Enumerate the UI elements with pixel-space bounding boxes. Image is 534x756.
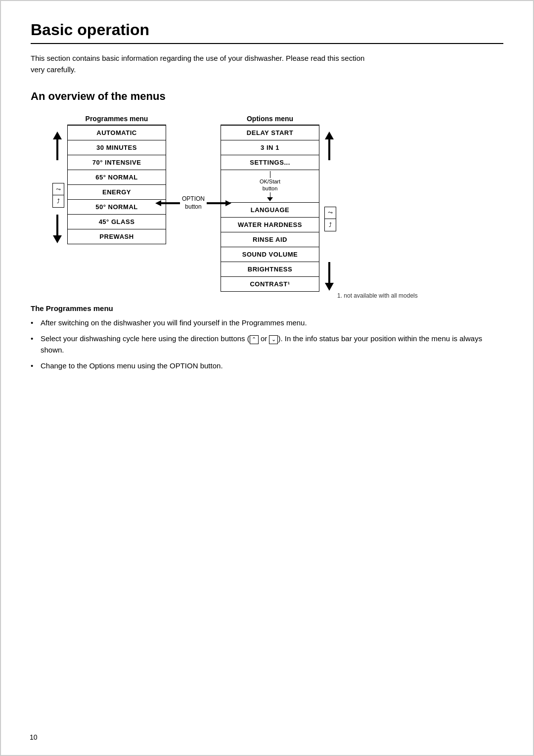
svg-rect-1 (56, 139, 58, 160)
option-label: OPTION button (182, 195, 205, 211)
prog-item-5: 50° NORMAL (68, 200, 166, 215)
bullet-item-2: Change to the Options menu using the OPT… (31, 360, 503, 372)
scroll-down-btn[interactable]: ⤳ (53, 183, 64, 195)
intro-text: This section contains basic information … (31, 53, 377, 75)
ok-start-label: OK/Startbutton (260, 178, 280, 192)
prog-item-0: AUTOMATIC (68, 126, 166, 140)
right-arrows: ⤳ ⤴ (322, 115, 336, 292)
down-icon: ⌄ (269, 335, 278, 344)
prog-item-4: ENERGY (68, 185, 166, 200)
prog-item-2: 70° INTENSIVE (68, 155, 166, 170)
svg-marker-8 (267, 197, 273, 201)
scroll-up-btn[interactable]: ⤴ (53, 195, 64, 207)
options-menu-label: Options menu (221, 115, 319, 123)
page-title: Basic operation (31, 21, 503, 44)
opt-item-4: WATER HARDNESS (221, 218, 319, 232)
svg-marker-3 (53, 235, 62, 243)
opt-item-8: CONTRAST¹ (221, 277, 319, 291)
left-arrows: ⤳ ⤴ (50, 115, 64, 244)
opt-item-1: 3 IN 1 (221, 140, 319, 155)
svg-marker-9 (325, 132, 334, 139)
left-scroll-box[interactable]: ⤳ ⤴ (52, 183, 64, 208)
opt-item-6: SOUND VOLUME (221, 247, 319, 262)
prog-item-1: 30 MINUTES (68, 140, 166, 155)
right-scroll-box[interactable]: ⤳ ⤴ (324, 207, 336, 231)
footnote-area: 1. not available with all models (337, 291, 503, 299)
programmes-menu-label: Programmes menu (67, 115, 166, 123)
diagram-container: ⤳ ⤴ Programmes menu AUTOMATIC 30 MINUTES… (50, 115, 503, 292)
svg-marker-7 (225, 200, 231, 206)
prog-item-6: 45° GLASS (68, 215, 166, 229)
option-right-arrow-icon (207, 199, 231, 207)
opt-item-3: LANGUAGE (221, 203, 319, 218)
prog-item-3: 65° NORMAL (68, 170, 166, 185)
right-scroll-down-btn[interactable]: ⤳ (325, 207, 336, 219)
ok-down-arrow-icon (267, 197, 273, 201)
up-icon: ⌃ (250, 335, 259, 344)
options-list: DELAY START 3 IN 1 SETTINGS... OK/Startb… (221, 126, 319, 292)
opt-item-2: SETTINGS... (221, 155, 319, 170)
svg-rect-11 (328, 262, 330, 283)
option-text: OPTION (182, 195, 205, 203)
svg-marker-12 (325, 283, 334, 291)
svg-marker-4 (155, 200, 161, 206)
page-number: 10 (30, 733, 38, 741)
svg-rect-5 (161, 202, 180, 204)
programmes-col: ⤳ ⤴ Programmes menu AUTOMATIC 30 MINUTES… (50, 115, 166, 244)
svg-marker-0 (53, 132, 62, 139)
right-up-arrow-icon (324, 131, 335, 160)
right-down-arrow-icon (324, 262, 335, 292)
right-scroll-up-btn[interactable]: ⤴ (325, 219, 336, 231)
opt-item-0: DELAY START (221, 126, 319, 140)
svg-rect-2 (56, 215, 58, 235)
opt-item-5: RINSE AID (221, 232, 319, 247)
programmes-list: AUTOMATIC 30 MINUTES 70° INTENSIVE 65° N… (67, 126, 166, 244)
footnote-text: 1. not available with all models (337, 292, 423, 299)
section-title: An overview of the menus (31, 90, 503, 103)
svg-rect-10 (328, 139, 330, 160)
body-section: The Programmes menu After switching on t… (31, 304, 503, 372)
body-subtitle: The Programmes menu (31, 304, 503, 312)
bullet-item-0: After switching on the dishwasher you wi… (31, 317, 503, 329)
option-left-arrow-icon (155, 199, 180, 207)
ok-start-connector: OK/Startbutton (221, 170, 319, 203)
prog-item-7: PREWASH (68, 229, 166, 244)
option-button-text: button (185, 203, 201, 211)
options-col: Options menu DELAY START 3 IN 1 SETTINGS… (221, 115, 336, 292)
connector-col: OPTION button (166, 195, 221, 211)
svg-rect-6 (207, 202, 225, 204)
up-arrow-icon (52, 131, 63, 160)
programmes-menu-block: Programmes menu AUTOMATIC 30 MINUTES 70°… (67, 115, 166, 244)
opt-item-7: BRIGHTNESS (221, 262, 319, 277)
bullet-list: After switching on the dishwasher you wi… (31, 317, 503, 372)
options-menu-block: Options menu DELAY START 3 IN 1 SETTINGS… (221, 115, 319, 292)
bullet-item-1: Select your dishwashing cycle here using… (31, 333, 503, 356)
down-arrow-icon (52, 215, 63, 244)
